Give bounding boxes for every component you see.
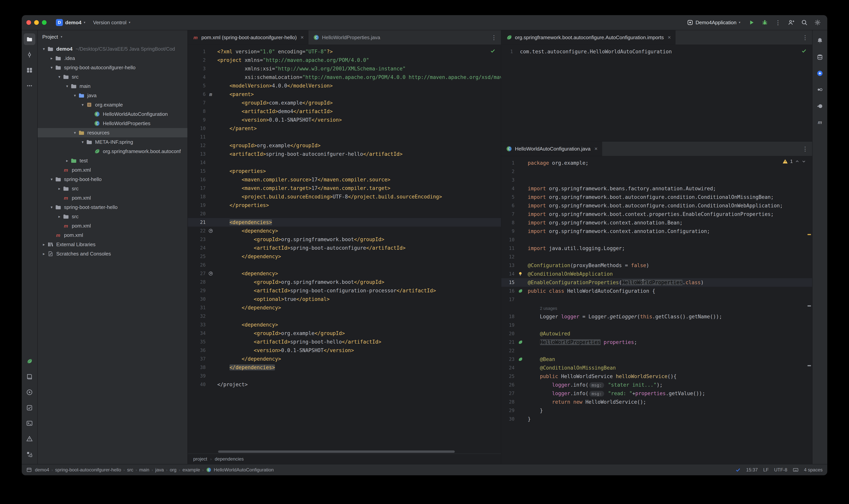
tree-chevron-icon[interactable]: ▸	[49, 56, 55, 60]
tree-chevron-icon[interactable]: ▾	[79, 103, 86, 107]
project-panel-header[interactable]: Project ▾	[38, 30, 187, 43]
maven-icon[interactable]: m	[814, 116, 826, 128]
code-line[interactable]: 8 <artifactId>demo4</artifactId>	[188, 107, 501, 115]
code-line[interactable]: 10	[501, 235, 812, 244]
tree-chevron-icon[interactable]: ▾	[64, 84, 70, 88]
code-line[interactable]: 37 </dependency>	[188, 355, 501, 363]
code-line[interactable]: 19	[501, 321, 812, 329]
code-line[interactable]: 22 <dependency>	[188, 227, 501, 235]
line-separator[interactable]: LF	[763, 467, 769, 472]
code-line[interactable]: 24 <artifactId>spring-boot-autoconfigure…	[188, 244, 501, 252]
caret-position[interactable]: 15:37	[746, 467, 758, 472]
code-line[interactable]: 17 <maven.compiler.target>17</maven.comp…	[188, 184, 501, 193]
tree-item[interactable]: mpom.xml	[38, 221, 187, 231]
code-line[interactable]: 28 <groupId>org.springframework.boot</gr…	[188, 278, 501, 286]
code-line[interactable]: 5 <modelVersion>4.0.0</modelVersion>	[188, 82, 501, 90]
code-line[interactable]: 4import org.springframework.beans.factor…	[501, 184, 812, 193]
tree-item[interactable]: ▸.idea	[38, 54, 187, 63]
code-line[interactable]: 2	[501, 167, 812, 176]
close-window-button[interactable]	[26, 20, 31, 25]
code-with-me-button[interactable]	[786, 17, 796, 28]
code-line[interactable]: 3	[501, 176, 812, 184]
code-line[interactable]: 29 }	[501, 406, 812, 415]
code-line[interactable]: 18 Logger logger = Logger.getLogger(this…	[501, 312, 812, 321]
code-line[interactable]: 7import org.springframework.boot.context…	[501, 210, 812, 218]
code-line[interactable]: 20 @Autowired	[501, 329, 812, 338]
code-line[interactable]: 23 @Bean	[501, 355, 812, 363]
bean-gutter-icon[interactable]	[514, 355, 526, 363]
services-tool-icon[interactable]	[24, 449, 35, 460]
ai-assistant-icon[interactable]	[814, 68, 826, 79]
code-line[interactable]: 6import org.springframework.boot.autocon…	[501, 201, 812, 210]
tree-item[interactable]: ▾org.example	[38, 100, 187, 109]
code-line[interactable]: 25 </dependency>	[188, 252, 501, 261]
status-breadcrumb-item[interactable]: spring-boot-autoconifgurer-hello	[55, 467, 121, 472]
imports-editor[interactable]: 1com.test.autoconfigure.HelloWorldAutoCo…	[501, 45, 812, 141]
status-breadcrumb-item[interactable]: main	[139, 467, 149, 472]
tree-chevron-icon[interactable]: ▸	[41, 242, 47, 247]
code-line[interactable]: 29 <artifactId>spring-boot-configuration…	[188, 286, 501, 295]
tree-item[interactable]: ▸test	[38, 156, 187, 165]
project-tool-icon[interactable]	[24, 33, 35, 45]
inspections-widget[interactable]: 1	[782, 159, 806, 164]
code-line[interactable]: 35 <artifactId>spring-boot-hello</artifa…	[188, 338, 501, 346]
code-line[interactable]: 19 </properties>	[188, 201, 501, 210]
tree-item[interactable]: ▸src	[38, 184, 187, 193]
code-line[interactable]: 9 <version>0.0.1-SNAPSHOT</version>	[188, 115, 501, 124]
pom-editor[interactable]: 1<?xml version="1.0" encoding="UTF-8"?>2…	[188, 45, 501, 450]
code-line[interactable]: 25 public HelloWorldService helloWorldSe…	[501, 372, 812, 381]
code-line[interactable]: 22	[501, 346, 812, 355]
tab-helloworldproperties-java[interactable]: CHelloWorldProperties.java	[308, 30, 385, 44]
code-line[interactable]: 32	[188, 312, 501, 321]
java-editor[interactable]: 1package org.example;234import org.sprin…	[501, 156, 812, 464]
tree-chevron-icon[interactable]: ▸	[56, 214, 62, 219]
bean-gutter-icon[interactable]	[514, 287, 526, 295]
terminal-tool-icon[interactable]	[24, 417, 35, 429]
error-stripe-mark[interactable]	[808, 234, 811, 235]
commit-checks-icon[interactable]	[735, 467, 741, 472]
tree-chevron-icon[interactable]: ▾	[79, 140, 86, 144]
endpoints-icon[interactable]	[814, 84, 826, 95]
code-line[interactable]: 30}	[501, 415, 812, 423]
code-line[interactable]: 11import java.util.logging.Logger;	[501, 244, 812, 253]
code-line[interactable]: 2<project xmlns="http://maven.apache.org…	[188, 56, 501, 65]
code-line[interactable]: 13@Configuration(proxyBeanMethods = fals…	[501, 261, 812, 270]
close-tab-icon[interactable]: ×	[301, 34, 304, 40]
code-line[interactable]: 14	[188, 158, 501, 167]
code-line[interactable]: 15@EnableConfigurationProperties(HelloWo…	[501, 278, 812, 287]
tree-item[interactable]: org.springframework.boot.autoconf	[38, 147, 187, 156]
code-line[interactable]: 8import org.springframework.context.anno…	[501, 218, 812, 227]
tree-chevron-icon[interactable]: ▾	[49, 205, 55, 210]
tree-chevron-icon[interactable]: ▾	[49, 177, 55, 182]
debug-button[interactable]	[760, 17, 770, 28]
code-line[interactable]: 6m <parent>	[188, 90, 501, 98]
code-line[interactable]: 1package org.example;	[501, 159, 812, 167]
tree-chevron-icon[interactable]: ▸	[41, 251, 47, 256]
search-everywhere-button[interactable]	[799, 17, 809, 28]
tree-item[interactable]: ▾spring-boot-hello	[38, 175, 187, 184]
keymap-icon[interactable]	[793, 467, 798, 473]
code-line[interactable]: 9import org.springframework.context.anno…	[501, 227, 812, 235]
documentation-tool-icon[interactable]	[24, 371, 35, 382]
code-line[interactable]: 18 <project.build.sourceEncoding>UTF-8</…	[188, 193, 501, 201]
close-tab-icon[interactable]: ×	[594, 146, 598, 152]
code-line[interactable]: 3 xmlns:xsi="http://www.w3.org/2001/XMLS…	[188, 65, 501, 73]
maven-gutter-icon[interactable]: m	[206, 90, 216, 98]
tree-chevron-icon[interactable]: ▾	[56, 74, 62, 79]
code-line[interactable]: 27 <dependency>	[188, 269, 501, 278]
notifications-icon[interactable]	[814, 35, 826, 47]
inlay-line[interactable]: 2 usages	[501, 304, 812, 312]
tree-item[interactable]: ▾META-INF.spring	[38, 137, 187, 147]
breadcrumb-item[interactable]: dependencies	[215, 456, 244, 462]
tree-item[interactable]: ▾main	[38, 82, 187, 91]
tab-options-icon[interactable]: ⋮	[798, 142, 812, 156]
tree-item[interactable]: ▸Scratches and Consoles	[38, 249, 187, 258]
run-button[interactable]	[746, 17, 757, 28]
more-actions-button[interactable]: ⋮	[773, 17, 783, 28]
tree-item[interactable]: ▾resources	[38, 128, 187, 137]
tree-item[interactable]: ▾java	[38, 91, 187, 100]
tab-autoconfiguration-imports[interactable]: org.springframework.boot.autoconfigure.A…	[501, 30, 675, 44]
structure-tool-icon[interactable]	[24, 65, 35, 76]
code-line[interactable]: 31 </dependency>	[188, 303, 501, 312]
code-line[interactable]: 33 <dependency>	[188, 321, 501, 329]
